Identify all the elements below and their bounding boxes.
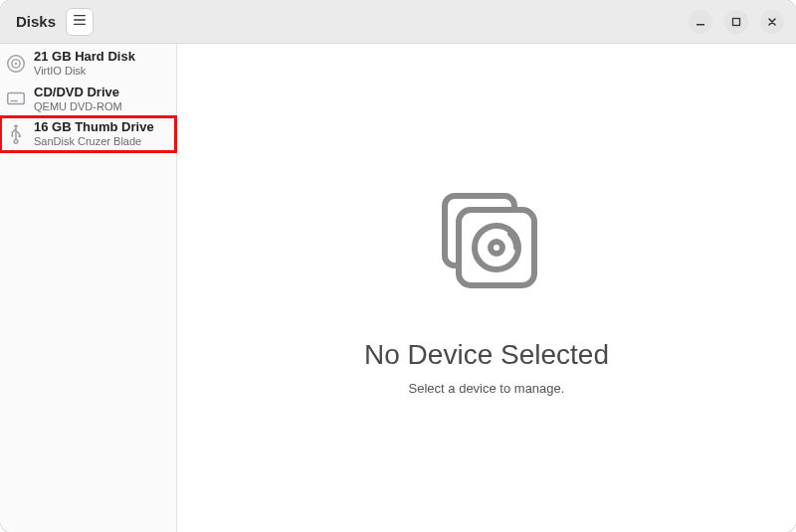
hamburger-menu-button[interactable] xyxy=(66,8,94,36)
device-item-thumb-drive[interactable]: 16 GB Thumb Drive SanDisk Cruzer Blade xyxy=(0,116,176,152)
svg-point-8 xyxy=(11,135,13,137)
svg-rect-1 xyxy=(733,18,740,25)
hdd-icon xyxy=(4,52,28,76)
app-window: Disks xyxy=(0,0,796,532)
device-name: CD/DVD Drive xyxy=(34,86,122,100)
minimize-button[interactable] xyxy=(689,10,712,34)
window-body: 21 GB Hard Disk VirtIO Disk CD/DVD Drive… xyxy=(0,44,796,532)
optical-drive-icon xyxy=(4,87,28,110)
device-name: 21 GB Hard Disk xyxy=(34,50,135,65)
header-left-group: Disks xyxy=(0,8,94,36)
device-item-optical[interactable]: CD/DVD Drive QEMU DVD-ROM xyxy=(0,82,176,117)
svg-point-7 xyxy=(14,139,18,143)
empty-state-disk-icon xyxy=(423,180,550,311)
svg-rect-5 xyxy=(8,93,25,104)
svg-rect-0 xyxy=(696,24,704,26)
device-subtitle: QEMU DVD-ROM xyxy=(34,100,122,113)
device-text: 21 GB Hard Disk VirtIO Disk xyxy=(34,50,135,78)
maximize-icon xyxy=(731,13,741,31)
app-title: Disks xyxy=(16,13,56,30)
svg-rect-9 xyxy=(19,135,21,137)
device-subtitle: VirtIO Disk xyxy=(34,65,135,78)
usb-icon xyxy=(4,122,28,146)
main-content: No Device Selected Select a device to ma… xyxy=(177,44,796,532)
svg-rect-6 xyxy=(11,100,18,101)
window-controls xyxy=(689,10,784,34)
device-sidebar: 21 GB Hard Disk VirtIO Disk CD/DVD Drive… xyxy=(0,44,177,532)
header-bar: Disks xyxy=(0,0,796,44)
device-subtitle: SanDisk Cruzer Blade xyxy=(34,135,154,148)
device-text: 16 GB Thumb Drive SanDisk Cruzer Blade xyxy=(34,120,154,148)
device-text: CD/DVD Drive QEMU DVD-ROM xyxy=(34,86,122,113)
close-icon xyxy=(767,13,777,31)
empty-state-subtitle: Select a device to manage. xyxy=(409,381,565,396)
svg-rect-11 xyxy=(459,210,534,285)
device-name: 16 GB Thumb Drive xyxy=(34,120,154,135)
svg-point-4 xyxy=(15,63,17,65)
device-item-hard-disk[interactable]: 21 GB Hard Disk VirtIO Disk xyxy=(0,46,176,82)
empty-state-title: No Device Selected xyxy=(364,339,609,371)
minimize-icon xyxy=(696,13,705,31)
maximize-button[interactable] xyxy=(724,10,748,34)
hamburger-icon xyxy=(73,13,87,31)
close-button[interactable] xyxy=(760,10,784,34)
